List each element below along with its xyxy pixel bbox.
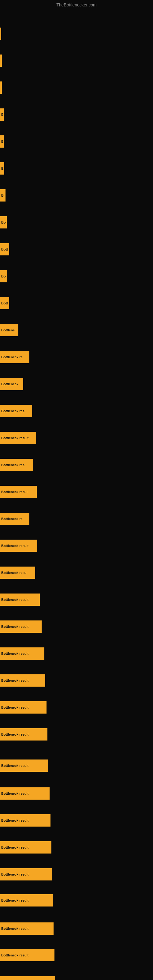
bar-4: E <box>0 108 4 121</box>
bar-label-8: Bo <box>1 221 6 224</box>
bar-11: Bott <box>0 297 9 309</box>
bar-24: Bottleneck result <box>0 648 45 660</box>
bar-row-17: Bottleneck res <box>0 459 153 471</box>
bar-18: Bottleneck resul <box>0 486 37 498</box>
bar-label-5: E <box>1 140 3 143</box>
bar-34: Bottleneck result <box>0 923 54 935</box>
bar-25: Bottleneck result <box>0 675 45 687</box>
bar-row-31: Bottleneck result <box>0 841 153 854</box>
bar-27: Bottleneck result <box>0 728 48 740</box>
bar-row-25: Bottleneck result <box>0 675 153 687</box>
bar-row-11: Bott <box>0 297 153 309</box>
bar-6: E <box>0 162 4 175</box>
bar-9: Bott <box>0 243 9 255</box>
bar-label-23: Bottleneck result <box>1 625 29 628</box>
bar-row-12: Bottlene <box>0 324 153 336</box>
bar-row-23: Bottleneck result <box>0 620 153 633</box>
bar-label-12: Bottlene <box>1 328 15 332</box>
bar-row-7: B <box>0 189 153 202</box>
bar-label-24: Bottleneck result <box>1 652 29 655</box>
bar-3 <box>0 81 2 94</box>
bar-1 <box>0 27 1 40</box>
bar-label-22: Bottleneck result <box>1 598 29 601</box>
bar-row-34: Bottleneck result <box>0 923 153 935</box>
bar-20: Bottleneck result <box>0 539 37 552</box>
bar-row-33: Bottleneck result <box>0 894 153 907</box>
bar-row-36: Bottleneck result <box>0 976 153 980</box>
bar-row-19: Bottleneck re <box>0 513 153 525</box>
bar-label-20: Bottleneck result <box>1 544 29 547</box>
bar-row-27: Bottleneck result <box>0 728 153 740</box>
bar-row-26: Bottleneck result <box>0 701 153 714</box>
bar-21: Bottleneck resu <box>0 566 35 579</box>
bar-row-24: Bottleneck result <box>0 648 153 660</box>
bar-label-6: E <box>1 167 3 170</box>
bar-14: Bottleneck <box>0 378 23 390</box>
bar-label-30: Bottleneck result <box>1 819 29 822</box>
bar-row-2 <box>0 54 153 67</box>
bar-row-14: Bottleneck <box>0 378 153 390</box>
bar-label-16: Bottleneck result <box>1 436 29 440</box>
bar-row-6: E <box>0 162 153 175</box>
bar-label-35: Bottleneck result <box>1 953 29 957</box>
bar-row-9: Bott <box>0 243 153 255</box>
bar-label-14: Bottleneck <box>1 382 18 386</box>
bar-label-25: Bottleneck result <box>1 679 29 682</box>
bar-row-21: Bottleneck resu <box>0 566 153 579</box>
bar-26: Bottleneck result <box>0 701 46 714</box>
bar-30: Bottleneck result <box>0 814 51 827</box>
bar-8: Bo <box>0 216 7 229</box>
bar-label-31: Bottleneck result <box>1 846 29 849</box>
bar-label-21: Bottleneck resu <box>1 571 27 574</box>
bar-15: Bottleneck res <box>0 405 32 417</box>
bar-10: Bo <box>0 270 7 282</box>
bar-row-28: Bottleneck result <box>0 759 153 772</box>
bar-13: Bottleneck re <box>0 351 29 363</box>
bar-17: Bottleneck res <box>0 459 33 471</box>
bar-row-35: Bottleneck result <box>0 949 153 961</box>
bar-row-20: Bottleneck result <box>0 539 153 552</box>
bar-row-29: Bottleneck result <box>0 788 153 800</box>
bar-22: Bottleneck result <box>0 593 40 606</box>
bar-16: Bottleneck result <box>0 432 36 444</box>
bar-19: Bottleneck re <box>0 513 29 525</box>
bar-label-29: Bottleneck result <box>1 792 29 795</box>
bar-23: Bottleneck result <box>0 620 41 633</box>
bar-label-7: B <box>1 194 4 197</box>
bar-row-30: Bottleneck result <box>0 814 153 827</box>
bar-row-13: Bottleneck re <box>0 351 153 363</box>
bar-label-33: Bottleneck result <box>1 899 29 902</box>
bar-label-26: Bottleneck result <box>1 706 29 709</box>
bar-label-28: Bottleneck result <box>1 764 29 767</box>
bar-label-4: E <box>1 113 3 116</box>
bar-row-10: Bo <box>0 270 153 282</box>
bar-label-15: Bottleneck res <box>1 409 24 413</box>
bar-label-19: Bottleneck re <box>1 517 22 520</box>
bar-row-8: Bo <box>0 216 153 229</box>
bar-row-4: E <box>0 108 153 121</box>
bar-row-3 <box>0 81 153 94</box>
bar-31: Bottleneck result <box>0 841 51 854</box>
bar-label-10: Bo <box>1 274 6 278</box>
bar-row-32: Bottleneck result <box>0 868 153 880</box>
bar-label-17: Bottleneck res <box>1 463 24 467</box>
bar-label-32: Bottleneck result <box>1 872 29 876</box>
bar-33: Bottleneck result <box>0 894 53 907</box>
bar-12: Bottlene <box>0 324 18 336</box>
bar-row-5: E <box>0 135 153 148</box>
bar-35: Bottleneck result <box>0 949 54 961</box>
bar-label-18: Bottleneck resul <box>1 490 27 494</box>
bar-row-1 <box>0 27 153 40</box>
site-title: TheBottlenecker.com <box>56 2 97 7</box>
bar-row-18: Bottleneck resul <box>0 486 153 498</box>
bar-29: Bottleneck result <box>0 788 49 800</box>
bar-row-16: Bottleneck result <box>0 432 153 444</box>
bar-2 <box>0 54 2 67</box>
bar-row-22: Bottleneck result <box>0 593 153 606</box>
bar-7: B <box>0 189 5 202</box>
bar-label-34: Bottleneck result <box>1 927 29 931</box>
bar-36: Bottleneck result <box>0 976 55 980</box>
bar-label-11: Bott <box>1 301 8 305</box>
bar-label-13: Bottleneck re <box>1 355 22 359</box>
bar-label-27: Bottleneck result <box>1 733 29 736</box>
